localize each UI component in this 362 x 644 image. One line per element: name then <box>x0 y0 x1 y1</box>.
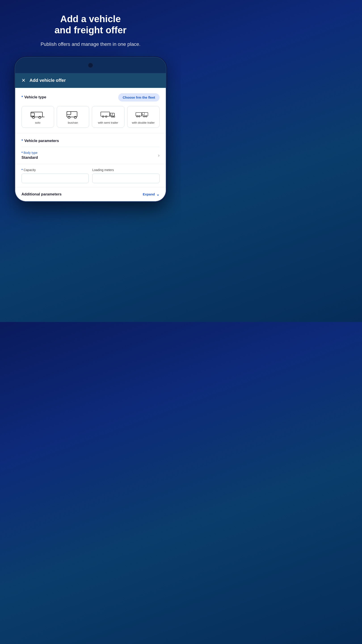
vehicle-card-bus-van[interactable]: bus/van <box>57 106 89 128</box>
svg-point-7 <box>68 116 70 118</box>
vehicle-params-section: * Vehicle parameters <box>15 133 166 147</box>
phone-camera <box>88 62 93 68</box>
body-type-label: * Body type <box>21 151 38 154</box>
params-required-star: * <box>21 139 23 143</box>
capacity-required-star: * <box>21 168 22 172</box>
capacity-label: * Capacity <box>21 168 89 172</box>
svg-rect-9 <box>101 112 110 116</box>
svg-rect-1 <box>31 113 34 116</box>
capacity-loading-row: * Capacity Loading meters <box>15 164 166 188</box>
expand-chevron-icon: ⌄ <box>156 192 160 197</box>
solo-label: solo <box>35 121 40 125</box>
additional-params-row[interactable]: Additional parameters Expand ⌄ <box>15 188 166 201</box>
svg-rect-17 <box>142 112 148 116</box>
phone-frame: ✕ Add vehicle offer * Vehicle type Choos… <box>14 57 166 202</box>
svg-point-8 <box>74 116 76 118</box>
svg-rect-6 <box>67 112 71 115</box>
bus-van-icon <box>65 110 81 119</box>
body-type-row[interactable]: * Body type Standard › <box>15 147 166 164</box>
vehicle-params-title: * Vehicle parameters <box>21 139 160 147</box>
body-required-star: * <box>21 151 22 154</box>
loading-meters-input[interactable] <box>92 174 160 183</box>
solo-truck-icon <box>30 110 45 119</box>
bus-van-label: bus/van <box>68 121 78 125</box>
vehicle-type-section: * Vehicle type Choose frm the fleet <box>15 88 166 133</box>
loading-meters-label: Loading meters <box>92 168 160 172</box>
expand-label: Expand <box>143 192 155 196</box>
hero-subtitle: Publish offers and manage them in one pl… <box>40 40 140 48</box>
capacity-group: * Capacity <box>21 168 89 183</box>
phone-top-bar <box>15 58 166 73</box>
section-header: * Vehicle type Choose frm the fleet <box>21 93 160 102</box>
vehicle-card-solo[interactable]: solo <box>21 106 54 128</box>
svg-point-2 <box>32 116 35 118</box>
vehicle-card-double-trailer[interactable]: with double trailer <box>127 106 160 128</box>
vehicle-type-label: * Vehicle type <box>21 95 46 100</box>
hero-title: Add a vehicle and freight offer <box>54 14 126 36</box>
body-type-chevron-icon: › <box>158 153 160 158</box>
body-type-value: Standard <box>21 156 38 160</box>
vehicle-card-semi-trailer[interactable]: with semi trailer <box>92 106 124 128</box>
app-content: * Vehicle type Choose frm the fleet <box>15 88 166 201</box>
app-header: ✕ Add vehicle offer <box>15 73 166 88</box>
semi-trailer-icon <box>100 110 116 119</box>
additional-params-label: Additional parameters <box>21 192 62 196</box>
close-icon[interactable]: ✕ <box>21 78 25 84</box>
vehicle-cards: solo bus/van <box>21 106 160 128</box>
svg-rect-18 <box>142 112 145 114</box>
body-type-left: * Body type Standard <box>21 151 38 160</box>
capacity-input[interactable] <box>21 174 89 183</box>
expand-button[interactable]: Expand ⌄ <box>143 192 160 197</box>
app-header-title: Add vehicle offer <box>29 78 66 83</box>
svg-rect-16 <box>136 112 142 116</box>
semi-trailer-label: with semi trailer <box>98 121 118 125</box>
double-trailer-icon <box>135 110 151 119</box>
choose-fleet-button[interactable]: Choose frm the fleet <box>118 93 160 102</box>
svg-rect-11 <box>110 113 113 115</box>
loading-meters-group: Loading meters <box>92 168 160 183</box>
svg-point-3 <box>39 116 41 118</box>
double-trailer-label: with double trailer <box>132 121 155 125</box>
required-star: * <box>21 95 23 100</box>
